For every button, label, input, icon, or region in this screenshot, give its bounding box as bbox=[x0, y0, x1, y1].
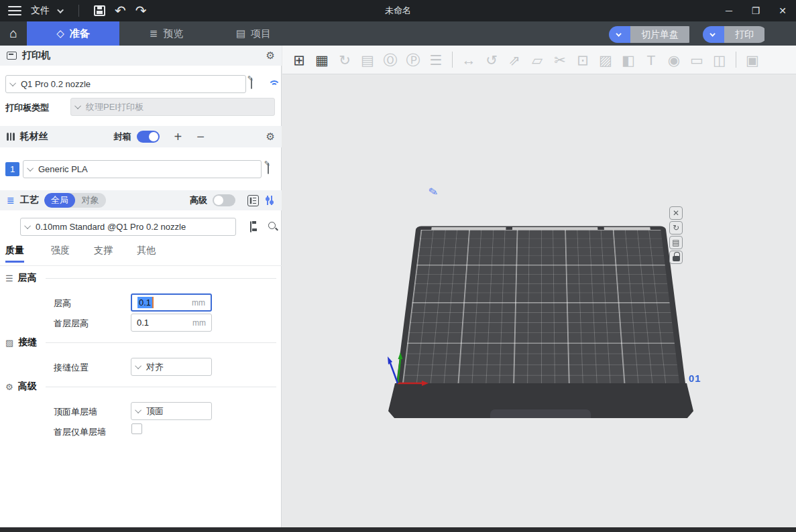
preset-select[interactable]: 0.10mm Standard @Q1 Pro 0.2 nozzle bbox=[20, 218, 236, 236]
filament-edit-icon[interactable] bbox=[268, 163, 269, 174]
build-plate-handle bbox=[490, 409, 591, 418]
process-icon: ≣ bbox=[7, 195, 15, 206]
list-icon: ▤ bbox=[236, 27, 245, 40]
rotate-icon: ↺ bbox=[480, 53, 503, 67]
seam-paint-icon: ◫ bbox=[708, 53, 731, 67]
chevron-down-icon bbox=[27, 165, 34, 172]
filament-settings-gear-icon[interactable]: ⚙ bbox=[266, 131, 275, 143]
top-single-wall-value: 顶面 bbox=[146, 405, 164, 417]
section-title-label: 接缝 bbox=[18, 336, 37, 348]
first-layer-single-wall-label: 首层仅单层墙 bbox=[54, 426, 106, 438]
first-layer-height-value: 0.1 bbox=[137, 318, 149, 328]
assembly-view-icon: ▣ bbox=[741, 53, 764, 67]
layer-height-value: 0.1 bbox=[137, 297, 154, 308]
filament-section-header: 耗材丝 封箱 + − ⚙ bbox=[0, 126, 282, 147]
remove-filament-button[interactable]: − bbox=[196, 130, 205, 143]
build-plate-surface[interactable] bbox=[396, 226, 686, 389]
advanced-label: 高级 bbox=[190, 194, 207, 206]
tab-strength[interactable]: 强度 bbox=[51, 245, 70, 257]
first-layer-height-input[interactable]: 0.1 mm bbox=[131, 314, 212, 332]
seal-toggle[interactable] bbox=[137, 131, 160, 143]
plate-settings-button[interactable]: ▤ bbox=[669, 236, 683, 249]
support-paint-icon: ▨ bbox=[594, 53, 617, 67]
delete-plate-button[interactable]: ✕ bbox=[669, 206, 683, 220]
plate-type-select[interactable]: 纹理PEI打印板 bbox=[70, 98, 275, 116]
add-model-icon[interactable]: ⊞ bbox=[288, 53, 310, 67]
maximize-button[interactable]: ❐ bbox=[742, 0, 769, 21]
viewport-toolbar: ⊞▦↻▤ⓄⓅ☰↔↺⇗▱✂⊡▨◧T◉▭◫▣ bbox=[282, 46, 796, 74]
close-button[interactable]: ✕ bbox=[769, 0, 796, 21]
printer-select[interactable]: Q1 Pro 0.2 nozzle bbox=[5, 75, 246, 93]
tab-preview[interactable]: ≣ 预览 bbox=[119, 21, 213, 46]
plate-action-buttons: ✕ ↻ ▤ bbox=[669, 206, 683, 264]
first-layer-single-wall-checkbox[interactable] bbox=[131, 423, 142, 434]
layer-height-input[interactable]: 0.1 mm bbox=[131, 293, 212, 312]
slice-plate-button[interactable]: 切片单盘 bbox=[609, 26, 696, 43]
lock-plate-button[interactable] bbox=[669, 251, 683, 264]
titlebar-divider bbox=[78, 5, 79, 17]
top-single-wall-select[interactable]: 顶面 bbox=[131, 402, 212, 420]
layer-height-unit: mm bbox=[192, 298, 205, 308]
toolbar-separator bbox=[736, 52, 736, 68]
scope-switcher: 全局 对象 bbox=[44, 193, 106, 208]
section-title-label: 高级 bbox=[18, 381, 37, 393]
tune-icon[interactable] bbox=[264, 195, 275, 206]
undo-icon[interactable]: ↶ bbox=[115, 4, 126, 17]
titlebar: 文件 ↶ ↷ 未命名 ─ ❐ ✕ bbox=[0, 0, 796, 21]
print-button[interactable]: 打印 bbox=[703, 26, 767, 43]
layer-height-label: 层高 bbox=[54, 297, 71, 310]
minimize-button[interactable]: ─ bbox=[716, 0, 742, 21]
file-menu-chevron-icon[interactable] bbox=[57, 7, 64, 13]
tab-project[interactable]: ▤ 项目 bbox=[213, 21, 294, 46]
advanced-toggle[interactable] bbox=[213, 194, 235, 206]
filament-icon bbox=[7, 133, 15, 141]
printer-settings-gear-icon[interactable]: ⚙ bbox=[266, 50, 275, 62]
hamburger-menu-icon[interactable] bbox=[8, 6, 21, 15]
save-icon[interactable] bbox=[94, 5, 105, 16]
plate-type-value: 纹理PEI打印板 bbox=[86, 101, 144, 113]
chevron-down-icon bbox=[135, 407, 141, 413]
build-plate[interactable] bbox=[396, 202, 686, 389]
tab-prepare[interactable]: ◇ 准备 bbox=[27, 21, 119, 46]
orient-plate-button[interactable]: ↻ bbox=[669, 221, 683, 235]
variable-layer-height-icon: ☰ bbox=[424, 53, 447, 67]
plate-edit-icon[interactable]: ✎ bbox=[427, 184, 439, 200]
tab-quality[interactable]: 质量 bbox=[5, 245, 24, 263]
plate-type-label: 打印板类型 bbox=[5, 102, 49, 114]
seam-position-select[interactable]: 对齐 bbox=[131, 358, 212, 376]
viewport-3d[interactable]: ⊞▦↻▤ⓄⓅ☰↔↺⇗▱✂⊡▨◧T◉▭◫▣ ✎ 01 ✕ ↻ ▤ bbox=[282, 46, 796, 527]
section-title-label: 层高 bbox=[18, 272, 37, 284]
scope-global-button[interactable]: 全局 bbox=[44, 193, 75, 208]
seam-icon: ▨ bbox=[5, 338, 13, 348]
filament-select[interactable]: Generic PLA bbox=[23, 160, 262, 178]
home-button[interactable]: ⌂ bbox=[0, 21, 27, 46]
tabbar: ⌂ ◇ 准备 ≣ 预览 ▤ 项目 切片单盘 打印 bbox=[0, 21, 796, 46]
layer-height-icon: ☰ bbox=[5, 273, 13, 283]
filament-slot-badge[interactable]: 1 bbox=[5, 162, 19, 176]
scope-object-button[interactable]: 对象 bbox=[75, 193, 106, 208]
layer-height-section-title: ☰ 层高 bbox=[5, 272, 276, 284]
tab-prepare-label: 准备 bbox=[70, 27, 90, 40]
toolbar-separator bbox=[452, 52, 453, 68]
move-icon: ↔ bbox=[457, 53, 480, 67]
scale-icon: ⇗ bbox=[503, 53, 526, 67]
save-preset-icon[interactable] bbox=[250, 221, 251, 232]
chevron-down-icon bbox=[74, 103, 81, 109]
seam-position-label: 接缝位置 bbox=[54, 362, 89, 374]
slice-options-dropdown[interactable] bbox=[609, 26, 630, 43]
printer-edit-icon[interactable] bbox=[251, 78, 252, 89]
seal-label: 封箱 bbox=[114, 131, 131, 143]
redo-icon[interactable]: ↷ bbox=[135, 4, 147, 17]
filament-header-label: 耗材丝 bbox=[20, 131, 48, 143]
tab-other[interactable]: 其他 bbox=[137, 245, 156, 257]
plate-number-label: 01 bbox=[689, 373, 701, 384]
parameter-table-icon[interactable] bbox=[247, 195, 259, 206]
add-plate-icon[interactable]: ▦ bbox=[310, 53, 333, 67]
print-options-dropdown[interactable] bbox=[703, 26, 724, 43]
chevron-down-icon bbox=[24, 222, 31, 229]
file-menu[interactable]: 文件 bbox=[31, 5, 50, 17]
add-filament-button[interactable]: + bbox=[174, 130, 182, 143]
color-paint-icon: ◉ bbox=[663, 53, 685, 67]
tab-support[interactable]: 支撑 bbox=[94, 245, 113, 257]
slice-plate-label: 切片单盘 bbox=[630, 26, 689, 43]
